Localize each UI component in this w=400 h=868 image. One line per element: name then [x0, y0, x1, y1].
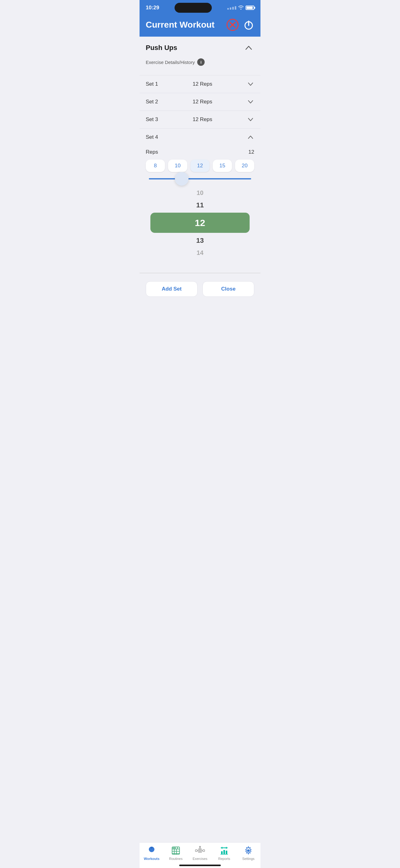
- status-time: 10:29: [146, 5, 159, 11]
- picker-num-10[interactable]: 10: [197, 187, 203, 199]
- set-4-label: Set 4: [146, 134, 158, 140]
- set-1-label: Set 1: [146, 81, 158, 87]
- action-buttons: Add Set Close: [139, 276, 261, 303]
- set-2-reps: 12 Reps: [193, 99, 212, 105]
- exercise-section: Push Ups Exercise Details/History i: [139, 37, 261, 75]
- slider-track: [149, 178, 251, 180]
- info-button[interactable]: i: [197, 58, 205, 66]
- battery-icon: [245, 6, 254, 10]
- set-2-label: Set 2: [146, 99, 158, 105]
- reps-slider-container: [146, 178, 254, 180]
- quick-btn-10[interactable]: 10: [168, 160, 187, 172]
- section-divider: [139, 273, 261, 273]
- reps-row: Reps 12: [146, 149, 254, 155]
- page-title: Current Workout: [146, 20, 214, 30]
- picker-num-12[interactable]: 12: [151, 213, 249, 233]
- header-actions: [226, 19, 254, 31]
- power-button[interactable]: [243, 19, 254, 30]
- set-row-3[interactable]: Set 3 12 Reps: [139, 111, 261, 128]
- picker-num-13[interactable]: 13: [196, 234, 204, 247]
- cancel-button[interactable]: [226, 19, 239, 31]
- exercise-details-label: Exercise Details/History: [146, 60, 195, 65]
- picker-num-14[interactable]: 14: [197, 247, 203, 258]
- add-set-button[interactable]: Add Set: [146, 281, 198, 297]
- quick-btn-12[interactable]: 12: [190, 160, 210, 172]
- exercise-header: Push Ups: [146, 42, 254, 53]
- status-icons: [227, 5, 254, 10]
- dynamic-island: [174, 3, 212, 13]
- reps-label: Reps: [146, 149, 158, 155]
- exercise-name: Push Ups: [146, 44, 177, 52]
- quick-select-buttons: 8 10 12 15 20: [146, 160, 254, 172]
- slider-thumb[interactable]: [175, 172, 189, 186]
- set-4-content: Reps 12 8 10 12 15 20 10 11 12 13 14: [139, 146, 261, 270]
- signal-icon: [227, 6, 236, 10]
- quick-btn-15[interactable]: 15: [213, 160, 232, 172]
- set-row-1[interactable]: Set 1 12 Reps: [139, 75, 261, 93]
- set-3-reps: 12 Reps: [193, 116, 212, 123]
- quick-btn-8[interactable]: 8: [146, 160, 165, 172]
- set-4-chevron[interactable]: [247, 133, 254, 141]
- set-row-2[interactable]: Set 2 12 Reps: [139, 93, 261, 111]
- reps-value: 12: [248, 149, 254, 155]
- app-header: Current Workout: [139, 16, 261, 37]
- status-bar: 10:29: [139, 0, 261, 16]
- set-3-label: Set 3: [146, 116, 158, 123]
- quick-btn-20[interactable]: 20: [235, 160, 254, 172]
- wifi-icon: [238, 5, 244, 10]
- picker-num-11[interactable]: 11: [196, 199, 204, 211]
- set-1-chevron[interactable]: [247, 81, 254, 88]
- close-button[interactable]: Close: [202, 281, 254, 297]
- exercise-details-row: Exercise Details/History i: [146, 58, 254, 66]
- set-row-4[interactable]: Set 4: [139, 128, 261, 146]
- set-1-reps: 12 Reps: [193, 81, 212, 87]
- main-content: Push Ups Exercise Details/History i Set …: [139, 37, 261, 334]
- set-2-chevron[interactable]: [247, 98, 254, 105]
- number-picker[interactable]: 10 11 12 13 14: [146, 187, 254, 258]
- collapse-button[interactable]: [243, 42, 254, 53]
- set-3-chevron[interactable]: [247, 116, 254, 123]
